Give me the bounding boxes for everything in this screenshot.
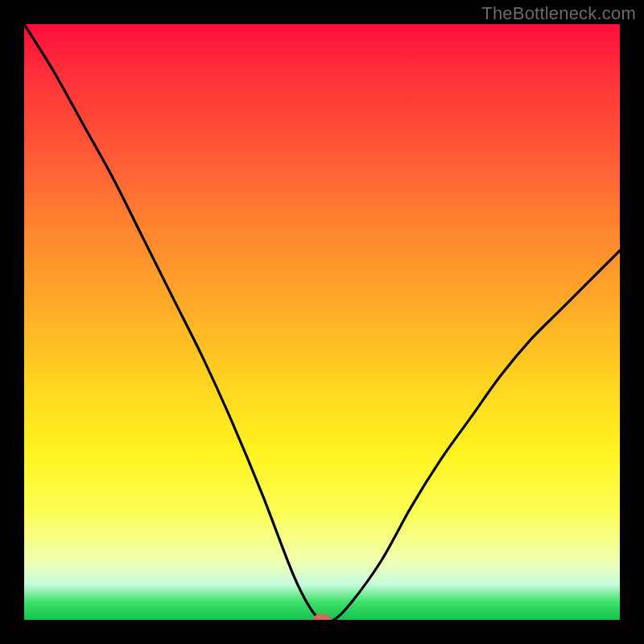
bottleneck-curve bbox=[24, 24, 620, 620]
chart-frame: TheBottleneck.com bbox=[0, 0, 644, 644]
plot-area bbox=[24, 24, 620, 620]
optimal-point-marker bbox=[313, 614, 331, 620]
watermark-text: TheBottleneck.com bbox=[481, 3, 636, 24]
